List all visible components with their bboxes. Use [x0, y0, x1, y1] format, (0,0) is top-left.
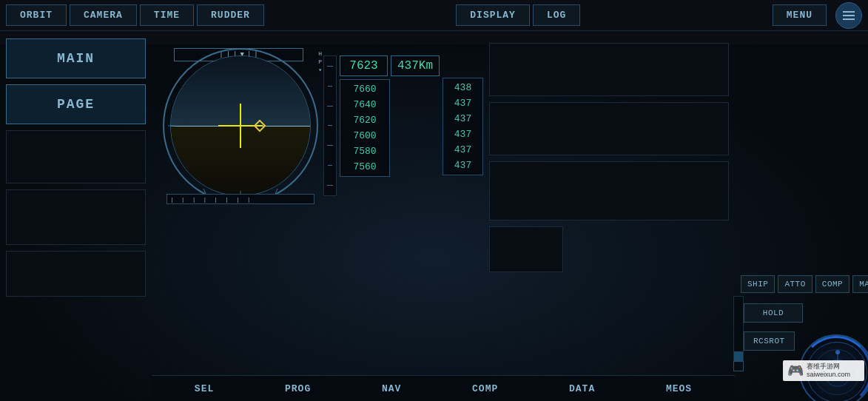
speed-val-3: 7600: [340, 128, 389, 144]
side-tick: [327, 106, 333, 107]
alt-val-2: 437: [443, 111, 482, 127]
side-tick: [327, 145, 333, 146]
hold-button[interactable]: HOLD: [744, 303, 803, 323]
speed-val-1: 7640: [340, 97, 389, 112]
center-display: | | | ▼ | | H P ▾: [152, 31, 735, 401]
atto-button[interactable]: ATTO: [778, 275, 812, 293]
nav-button[interactable]: NAV: [376, 380, 407, 397]
hamburger-icon: [843, 11, 855, 20]
mode-buttons-row: SHIP ATTO COMP MAN: [741, 275, 862, 293]
rcsrot-button[interactable]: RCSROT: [744, 331, 795, 351]
left-empty-btn-3[interactable]: [6, 251, 146, 297]
tape-tick: |: [236, 196, 240, 203]
side-tick: [327, 66, 333, 67]
comp-button[interactable]: COMP: [466, 380, 504, 397]
menu-icon-button[interactable]: [835, 2, 862, 29]
hold-row: HOLD: [741, 303, 862, 323]
alt-column: 438 437 437 437 437 437: [443, 78, 483, 175]
top-readouts: 7623 437Km: [340, 55, 440, 76]
top-bar: ORBIT CAMERA TIME Rudder DISPLAY Log MEN…: [0, 0, 868, 31]
data-button[interactable]: DATA: [563, 380, 601, 397]
watermark-text: 赛维手游网saiweixun.com: [807, 363, 850, 379]
tape-tick: |: [247, 196, 251, 203]
speed-val-0: 7660: [340, 81, 389, 97]
menu-button[interactable]: MENU: [773, 4, 827, 26]
alt-readout: 437Km: [391, 55, 440, 76]
far-right-panel: SHIP ATTO COMP MAN HOLD RCSROT: [735, 31, 868, 401]
speed-val-4: 7580: [340, 144, 389, 159]
sel-button[interactable]: SEL: [189, 380, 220, 397]
time-button[interactable]: TIME: [140, 4, 194, 26]
bottom-nav: SEL PROG NAV COMP DATA MEOS: [152, 375, 735, 401]
left-empty-btn-2[interactable]: [6, 189, 146, 245]
alt-val-4: 437: [443, 142, 482, 158]
display-button[interactable]: DISPLAY: [456, 4, 530, 26]
orbit-button[interactable]: ORBIT: [6, 4, 67, 26]
rudder-button[interactable]: Rudder: [197, 4, 264, 26]
side-tick: [328, 125, 332, 126]
tape-tick: |: [181, 196, 185, 203]
info-panel-1: [489, 43, 729, 96]
tape-tick: |: [192, 196, 196, 203]
speed-tape: 7660 7640 7620 7600 7580 7560: [340, 79, 390, 177]
side-tick: [327, 185, 333, 186]
main-button[interactable]: MAIN: [6, 38, 146, 78]
attitude-indicator: | | | ▼ | | H P ▾: [159, 44, 322, 207]
side-tick: [328, 86, 332, 87]
ship-button[interactable]: SHIP: [741, 275, 775, 293]
tape-tick: |: [214, 196, 218, 203]
speed-val-5: 7560: [340, 159, 389, 175]
speed-column: 7623 437Km 7660 7640 7620 7600 7580 7560: [340, 55, 440, 177]
camera-button[interactable]: CAMERA: [70, 4, 137, 26]
bottom-tape: | | | | | | | |: [166, 194, 314, 204]
side-tick: [328, 165, 332, 166]
watermark: 🎮 赛维手游网saiweixun.com: [783, 360, 864, 397]
left-empty-btn-1[interactable]: [6, 130, 146, 183]
info-panel-4: [489, 226, 563, 272]
log-button[interactable]: Log: [533, 4, 580, 26]
instrument-row: | | | ▼ | | H P ▾: [152, 31, 735, 375]
slider-bottom-square: [733, 361, 744, 371]
alt-val-1: 437: [443, 95, 482, 111]
svg-point-8: [835, 350, 840, 354]
right-info-panels: [483, 37, 735, 278]
comp-mode-button[interactable]: COMP: [815, 275, 850, 293]
side-vertical-tape: [323, 55, 337, 196]
speed-readout: 7623: [340, 55, 388, 76]
watermark-icon: 🎮: [787, 363, 804, 379]
main-content: MAIN PAGE | | | ▼ | |: [0, 31, 868, 401]
alt-val-5: 437: [443, 158, 482, 173]
speed-val-2: 7620: [340, 112, 389, 128]
alt-tape: 438 437 437 437 437 437: [443, 78, 483, 175]
prog-button[interactable]: PROG: [279, 380, 317, 397]
info-panel-2: [489, 102, 729, 155]
bottom-tape-ticks: | | | | | | | |: [167, 196, 254, 203]
watermark-box: 🎮 赛维手游网saiweixun.com: [783, 360, 864, 381]
tape-tick: |: [225, 196, 229, 203]
info-panel-3: [489, 161, 729, 220]
tape-tick: |: [203, 196, 206, 203]
tape-tick: |: [170, 196, 174, 203]
meos-button[interactable]: MEOS: [660, 380, 698, 397]
man-button[interactable]: MAN: [852, 275, 868, 293]
alt-val-3: 437: [443, 127, 482, 142]
left-panel: MAIN PAGE: [0, 31, 152, 401]
page-button[interactable]: PAGE: [6, 84, 146, 124]
ai-tick-svg: [159, 44, 322, 207]
alt-val-0: 438: [443, 80, 482, 95]
vertical-slider[interactable]: [733, 296, 744, 370]
